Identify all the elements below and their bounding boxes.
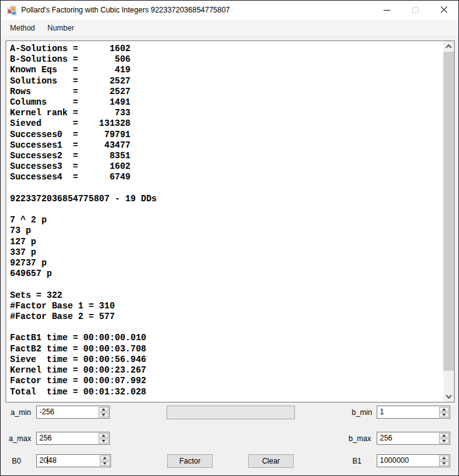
a-max-up-button[interactable] [99,433,109,438]
title-bar: Pollard's Factoring with Cubic Integers … [1,1,458,20]
maximize-button [401,1,430,19]
triangle-up-icon [442,434,446,437]
triangle-up-icon [103,457,107,459]
b-min-down-button[interactable] [439,412,449,417]
output-textbox[interactable]: A-Solutions = 1602 B-Solutions = 506 Kno… [6,40,455,402]
a-max-value[interactable]: 256 [39,434,52,442]
b1-updown [439,455,449,466]
chevron-up-icon [446,44,452,50]
a-min-updown [99,407,109,417]
b1-value[interactable]: 1000000 [380,456,409,465]
minimize-icon [384,10,390,11]
output-text: A-Solutions = 1602 B-Solutions = 506 Kno… [6,41,443,402]
a-max-label: a_max [9,434,31,443]
triangle-down-icon [102,440,105,442]
a-min-spinner[interactable]: -256 [36,406,110,419]
menu-bar: Method Number [1,20,458,36]
window-title: Pollard's Factoring with Cubic Integers … [21,6,230,14]
progress-box-disabled [167,406,295,419]
chevron-down-icon [446,393,452,399]
b0-down-button[interactable] [100,461,110,466]
triangle-down-icon [102,414,105,416]
triangle-up-icon [102,434,105,437]
b0-spinner[interactable]: 2048 [36,454,111,467]
scroll-up-button[interactable] [443,41,454,52]
triangle-up-icon [442,408,446,411]
triangle-up-icon [102,408,105,411]
scrollbar-thumb[interactable] [443,52,454,371]
a-max-spinner[interactable]: 256 [36,432,110,445]
b-max-label: b_max [349,434,371,443]
minimize-button[interactable] [372,1,401,19]
triangle-down-icon [442,440,446,442]
menu-item-method[interactable]: Method [4,21,41,35]
b-min-label: b_min [352,408,372,417]
maximize-icon [412,7,418,13]
b-max-down-button[interactable] [439,439,449,444]
b-max-spinner[interactable]: 256 [377,432,450,445]
b-max-up-button[interactable] [439,433,449,438]
b-max-value[interactable]: 256 [380,434,392,442]
b0-up-button[interactable] [100,455,110,460]
a-max-updown [99,433,109,444]
b1-up-button[interactable] [439,455,449,460]
b0-label: B0 [12,457,21,465]
triangle-down-icon [442,414,446,416]
window-controls [372,1,458,19]
b0-value-before-caret: 20 [39,456,47,465]
app-icon [7,6,17,16]
b1-spinner[interactable]: 1000000 [377,454,450,467]
factor-button[interactable]: Factor [167,454,213,468]
b-min-up-button[interactable] [439,407,449,412]
triangle-down-icon [103,462,107,465]
b0-value-after-caret: 48 [48,456,56,465]
close-icon [440,6,448,14]
a-max-down-button[interactable] [99,439,109,444]
a-min-value[interactable]: -256 [39,407,54,416]
close-button[interactable] [430,1,458,19]
menu-item-number[interactable]: Number [41,21,80,35]
a-min-down-button[interactable] [99,412,109,417]
vertical-scrollbar[interactable] [443,41,454,402]
b0-updown [100,455,110,466]
triangle-down-icon [442,462,446,465]
b0-value[interactable]: 2048 [39,456,57,465]
scroll-down-button[interactable] [443,391,454,402]
b-min-value[interactable]: 1 [380,407,384,416]
app-window: Pollard's Factoring with Cubic Integers … [0,0,459,476]
triangle-up-icon [442,457,446,459]
a-min-label: a_min [11,408,31,417]
b1-down-button[interactable] [439,461,449,466]
b-min-spinner[interactable]: 1 [377,406,450,419]
b-min-updown [439,407,449,417]
clear-button[interactable]: Clear [248,454,294,468]
b-max-updown [439,433,449,444]
a-min-up-button[interactable] [99,407,109,412]
b1-label: B1 [352,457,362,465]
